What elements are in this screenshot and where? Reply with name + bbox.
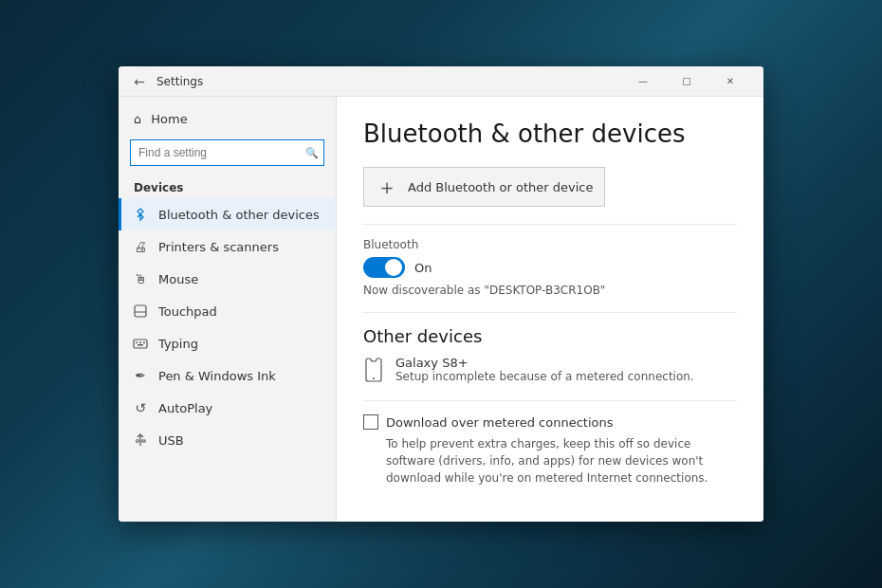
svg-point-10 [373,377,375,379]
device-status: Setup incomplete because of a metered co… [395,370,694,383]
home-icon: ⌂ [134,112,141,126]
sidebar-home-label: Home [151,112,187,126]
device-name: Galaxy S8+ [395,356,694,370]
sidebar-item-usb[interactable]: USB [119,424,336,456]
divider-3 [363,400,737,401]
metered-checkbox[interactable] [363,414,378,430]
touchpad-icon [132,303,149,320]
minimize-button[interactable]: — [621,66,665,97]
titlebar: ← Settings — □ ✕ [119,66,763,97]
main-area: ⌂ Home 🔍 Devices Bluetooth & other devic… [119,97,763,522]
sidebar-item-pen[interactable]: ✒ Pen & Windows Ink [119,359,336,392]
close-button[interactable]: ✕ [708,66,752,97]
svg-rect-2 [134,340,147,348]
add-device-button[interactable]: + Add Bluetooth or other device [363,167,605,207]
sidebar-label-touchpad: Touchpad [158,304,217,319]
sidebar-item-home[interactable]: ⌂ Home [119,104,336,134]
svg-rect-3 [136,342,138,344]
sidebar-item-mouse[interactable]: 🖱 Mouse [119,263,336,295]
sidebar-item-typing[interactable]: Typing [119,327,336,359]
add-icon: + [376,175,398,198]
other-devices-title: Other devices [363,326,737,346]
svg-rect-6 [138,344,143,346]
sidebar-label-mouse: Mouse [158,272,198,286]
sidebar-label-pen: Pen & Windows Ink [158,369,276,383]
sidebar-label-typing: Typing [158,337,198,351]
svg-rect-4 [139,342,141,344]
sidebar-label-printers: Printers & scanners [158,240,279,254]
usb-icon [132,432,149,449]
window-title: Settings [156,75,621,88]
mouse-icon: 🖱 [132,270,149,287]
svg-point-8 [137,440,139,443]
search-icon: 🔍 [305,147,319,159]
divider-2 [363,312,737,313]
settings-window: ← Settings — □ ✕ ⌂ Home 🔍 Devices [119,66,763,522]
metered-checkbox-desc: To help prevent extra charges, keep this… [386,435,737,487]
phone-icon [363,358,384,387]
sidebar-item-bluetooth[interactable]: Bluetooth & other devices [119,198,336,230]
svg-rect-5 [143,342,145,344]
content-panel: Bluetooth & other devices + Add Bluetoot… [337,97,763,522]
sidebar-item-autoplay[interactable]: ↺ AutoPlay [119,392,336,424]
svg-rect-0 [135,305,146,317]
toggle-state-label: On [414,261,432,275]
sidebar-item-printers[interactable]: 🖨 Printers & scanners [119,230,336,263]
search-input[interactable] [130,139,324,166]
autoplay-icon: ↺ [132,399,149,416]
bluetooth-toggle[interactable] [363,257,405,278]
bluetooth-toggle-row: On [363,257,737,278]
sidebar-section-label: Devices [119,172,336,198]
discoverable-text: Now discoverable as "DESKTOP-B3CR1OB" [363,284,737,297]
maximize-button[interactable]: □ [665,66,708,97]
bluetooth-icon [132,206,149,223]
window-controls: — □ ✕ [621,66,752,97]
sidebar-label-bluetooth: Bluetooth & other devices [158,208,320,222]
printer-icon: 🖨 [132,238,149,255]
metered-checkbox-row: Download over metered connections [363,414,737,430]
svg-rect-9 [142,440,145,442]
page-title: Bluetooth & other devices [363,119,737,148]
toggle-thumb [385,259,402,276]
back-button[interactable]: ← [130,72,149,91]
pen-icon: ✒ [132,367,149,384]
sidebar: ⌂ Home 🔍 Devices Bluetooth & other devic… [119,97,337,522]
device-info: Galaxy S8+ Setup incomplete because of a… [395,356,694,383]
metered-checkbox-label: Download over metered connections [386,415,613,430]
sidebar-label-usb: USB [158,433,184,448]
sidebar-label-autoplay: AutoPlay [158,401,212,415]
add-device-label: Add Bluetooth or other device [408,180,593,194]
divider-1 [363,224,737,225]
search-box: 🔍 [130,139,324,166]
sidebar-item-touchpad[interactable]: Touchpad [119,295,336,327]
device-item-galaxy: Galaxy S8+ Setup incomplete because of a… [363,356,737,387]
typing-icon [132,335,149,352]
bluetooth-section-label: Bluetooth [363,238,737,251]
